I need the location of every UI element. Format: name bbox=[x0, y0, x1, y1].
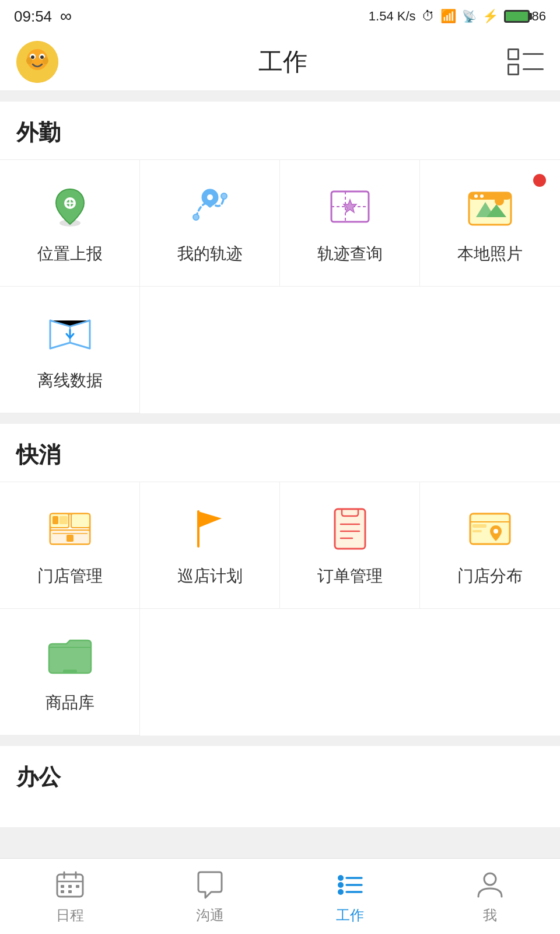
item-guiji-chaxun[interactable]: 轨迹查询 bbox=[280, 160, 420, 287]
svg-rect-51 bbox=[61, 890, 64, 893]
svg-rect-30 bbox=[60, 516, 68, 524]
status-left: 09:54 ∞ bbox=[14, 7, 72, 26]
section-title-kuaixiao: 快消 bbox=[0, 440, 560, 482]
gap-3 bbox=[0, 736, 560, 746]
svg-point-55 bbox=[338, 882, 344, 888]
svg-rect-43 bbox=[63, 670, 77, 673]
svg-point-6 bbox=[26, 57, 32, 64]
page-title: 工作 bbox=[258, 46, 307, 78]
gap-2 bbox=[0, 413, 560, 424]
label-weizhi: 位置上报 bbox=[37, 243, 103, 265]
gap-1 bbox=[0, 91, 560, 102]
section-waiqin: 外勤 位置上报 我的轨迹 bbox=[0, 102, 560, 413]
nav-item-work[interactable]: 工作 bbox=[280, 859, 420, 934]
section-bangong: 办公 bbox=[0, 746, 560, 827]
svg-rect-42 bbox=[473, 530, 482, 532]
item-dingdan-guanli[interactable]: 订单管理 bbox=[280, 482, 420, 609]
label-guiji-chaxun: 轨迹查询 bbox=[317, 243, 383, 265]
work-list-icon bbox=[334, 869, 366, 901]
status-signal-icon: 📡 bbox=[462, 9, 477, 23]
item-shangpin-ku[interactable]: 商品库 bbox=[0, 609, 140, 736]
svg-point-5 bbox=[40, 55, 44, 59]
status-network: 1.54 K/s bbox=[369, 9, 416, 24]
svg-rect-32 bbox=[66, 535, 74, 542]
svg-point-4 bbox=[31, 55, 34, 59]
svg-point-23 bbox=[474, 194, 478, 198]
svg-rect-38 bbox=[470, 514, 510, 544]
nav-label-work: 工作 bbox=[336, 906, 364, 925]
status-bar: 09:54 ∞ 1.54 K/s ⏱ 📶 📡 ⚡ 86 bbox=[0, 0, 560, 33]
label-xundian-jihua: 巡店计划 bbox=[177, 565, 243, 587]
nav-label-me: 我 bbox=[483, 906, 497, 925]
svg-point-57 bbox=[338, 889, 344, 895]
svg-rect-34 bbox=[335, 509, 365, 549]
svg-point-53 bbox=[338, 875, 344, 881]
avatar[interactable] bbox=[16, 41, 58, 83]
svg-point-40 bbox=[494, 529, 498, 534]
svg-rect-27 bbox=[71, 514, 90, 528]
status-battery: 86 bbox=[504, 9, 546, 24]
menu-icon[interactable] bbox=[508, 48, 544, 75]
item-bendi-zhaopian[interactable]: 本地照片 bbox=[420, 160, 560, 287]
svg-rect-41 bbox=[473, 524, 487, 528]
calendar-icon bbox=[54, 869, 86, 901]
status-clock-icon: ⏱ bbox=[422, 9, 435, 24]
svg-rect-49 bbox=[68, 885, 72, 888]
person-icon bbox=[474, 869, 506, 901]
svg-rect-29 bbox=[52, 516, 58, 524]
svg-rect-48 bbox=[61, 885, 64, 888]
nav-item-schedule[interactable]: 日程 bbox=[0, 859, 140, 934]
svg-rect-52 bbox=[68, 890, 72, 893]
battery-level: 86 bbox=[532, 9, 546, 24]
label-bendi-zhaopian: 本地照片 bbox=[457, 243, 523, 265]
svg-point-13 bbox=[193, 214, 199, 220]
status-wifi-icon: 📶 bbox=[440, 9, 456, 24]
label-mendian-fenbu: 门店分布 bbox=[457, 565, 523, 587]
section-kuaixiao: 快消 门店管理 bbox=[0, 424, 560, 736]
item-wode-guiji[interactable]: 我的轨迹 bbox=[140, 160, 280, 287]
nav-label-chat: 沟通 bbox=[196, 906, 224, 925]
label-lixian-shuju: 离线数据 bbox=[37, 370, 103, 392]
item-weizhi[interactable]: 位置上报 bbox=[0, 160, 140, 287]
section-title-waiqin: 外勤 bbox=[0, 118, 560, 159]
status-bolt-icon: ⚡ bbox=[482, 9, 498, 24]
label-mendian-guanli: 门店管理 bbox=[37, 565, 103, 587]
chat-icon bbox=[194, 869, 226, 901]
svg-point-12 bbox=[207, 194, 213, 200]
label-shangpin-ku: 商品库 bbox=[46, 692, 94, 714]
nav-label-schedule: 日程 bbox=[56, 906, 84, 925]
svg-point-59 bbox=[484, 873, 496, 885]
red-dot-photo bbox=[533, 174, 546, 187]
item-lixian-shuju[interactable]: 离线数据 bbox=[0, 287, 140, 413]
app-header: 工作 bbox=[0, 33, 560, 91]
svg-point-7 bbox=[43, 57, 48, 64]
bottom-nav: 日程 沟通 工作 bbox=[0, 858, 560, 934]
item-mendian-guanli[interactable]: 门店管理 bbox=[0, 482, 140, 609]
nav-item-me[interactable]: 我 bbox=[420, 859, 560, 934]
label-wode-guiji: 我的轨迹 bbox=[177, 243, 243, 265]
section-title-bangong: 办公 bbox=[0, 762, 560, 804]
status-time: 09:54 bbox=[14, 8, 52, 26]
svg-point-24 bbox=[480, 194, 484, 198]
status-loop-icon: ∞ bbox=[60, 7, 72, 26]
svg-point-14 bbox=[221, 193, 227, 199]
item-xundian-jihua[interactable]: 巡店计划 bbox=[140, 482, 280, 609]
kuaixiao-grid: 门店管理 巡店计划 订单管理 bbox=[0, 482, 560, 736]
label-dingdan-guanli: 订单管理 bbox=[317, 565, 383, 587]
nav-item-chat[interactable]: 沟通 bbox=[140, 859, 280, 934]
waiqin-grid: 位置上报 我的轨迹 轨迹查询 bbox=[0, 159, 560, 413]
svg-rect-50 bbox=[76, 885, 79, 888]
item-mendian-fenbu[interactable]: 门店分布 bbox=[420, 482, 560, 609]
status-right: 1.54 K/s ⏱ 📶 📡 ⚡ 86 bbox=[369, 9, 546, 24]
